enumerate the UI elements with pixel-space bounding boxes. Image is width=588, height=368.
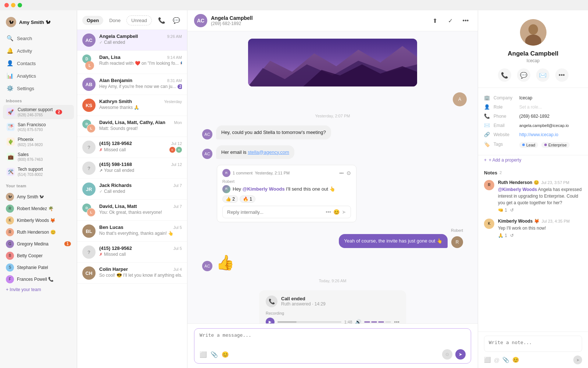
reply-send-icon[interactable]: ➤	[342, 209, 346, 215]
tag-enterprise[interactable]: Enterprise	[541, 142, 570, 148]
volume-icon[interactable]: 🔊	[355, 319, 361, 324]
team-member-robert[interactable]: RRobert Mendez 🌴	[0, 203, 77, 215]
more-contact-button[interactable]: •••	[555, 68, 569, 82]
inbox-sales[interactable]: 💼 Sales (800) 876-7463	[3, 150, 74, 164]
conv-name-dan-lisa: Dan, Lisa	[99, 54, 121, 60]
team-member-stephanie[interactable]: SStephanie Patel	[0, 262, 77, 273]
inbox-tech-support[interactable]: 🛠️ Tech support (514) 703-8002	[3, 164, 74, 179]
user-profile[interactable]: 🐿 Amy Smith 🐿	[0, 13, 77, 32]
conv-item-dan-lisa[interactable]: D L Dan, Lisa 9:14 AM Ruth reacted with …	[77, 51, 187, 74]
send-button[interactable]: ➤	[455, 349, 466, 360]
reply-input[interactable]	[227, 209, 323, 215]
timestamp-today: Today, 9:26 AM	[202, 279, 463, 283]
inbox-phoenix[interactable]: 🌵 Phoenix (602) 154-9820	[3, 135, 74, 149]
conv-item-jack[interactable]: JR Jack Richards Jul 7 ✓ Call ended	[77, 179, 187, 200]
chat-messages: A Yesterday, 2:07 PM AC Hey, could you a…	[187, 31, 478, 323]
note-reaction-pray[interactable]: 🙏 1	[498, 233, 507, 238]
conv-item-415-598[interactable]: ? (415) 598-1168 Jul 12 ↗ Your call ende…	[77, 158, 187, 179]
reaction-thumbs[interactable]: 👍 2	[222, 195, 238, 203]
conv-item-david-group[interactable]: D L David, Lisa, Matt, Cathy, Alan Mon M…	[77, 116, 187, 137]
note-attach-icon[interactable]: 📎	[502, 357, 509, 363]
conv-avatar-415-128: ?	[82, 141, 96, 154]
conv-time-415-128: Jul 12	[171, 141, 182, 146]
audio-progress-bar[interactable]	[277, 321, 341, 323]
invite-team-button[interactable]: + Invite your team	[0, 285, 77, 294]
conv-preview-angela: ✓ Call ended	[99, 40, 182, 45]
minimize-button[interactable]	[11, 3, 15, 7]
share-button[interactable]: ⬆	[429, 15, 440, 26]
inbox-san-francisco[interactable]: 🌁 San Francisco (415) 875-5793	[3, 120, 74, 134]
email-contact-button[interactable]: ✉️	[536, 68, 549, 82]
sidebar-item-activity[interactable]: 🔔 Activity	[3, 45, 74, 57]
sidebar-item-search[interactable]: 🔍 Search	[3, 32, 74, 44]
note-format-icon[interactable]: ⬜	[484, 357, 491, 363]
maximize-button[interactable]	[18, 3, 22, 7]
sidebar-label-settings: Settings	[17, 86, 34, 91]
call-ended-info: Call ended Ruth answered · 14:29	[281, 296, 326, 307]
team-member-frances[interactable]: FFrances Powell 📞	[0, 273, 77, 285]
conv-item-colin[interactable]: CH Colin Harper Jul 4 So cool! 😎 I'll le…	[77, 263, 187, 284]
add-property-label: + Add a property	[489, 158, 521, 163]
reply-more-icon[interactable]: •••	[326, 209, 331, 215]
profile-actions: 📞 💬 ✉️ •••	[498, 68, 569, 82]
conv-name-ben: Ben Lucas	[99, 224, 123, 230]
message-contact-button[interactable]: 💬	[517, 68, 530, 82]
comment-resolve-icon[interactable]: ⊙	[347, 170, 351, 176]
team-member-kimberly[interactable]: KKimberly Woods 🦊	[0, 215, 77, 226]
conv-time-colin: Jul 4	[173, 267, 182, 272]
conv-item-kathryn[interactable]: KS Kathryn Smith Yesterday Awesome thank…	[77, 95, 187, 116]
message-filter-icon[interactable]: 💬	[171, 15, 182, 26]
note-input[interactable]	[484, 336, 582, 352]
audio-more-icon[interactable]: •••	[394, 319, 399, 324]
reaction-fire[interactable]: 🔥 1	[240, 195, 255, 203]
sidebar-item-settings[interactable]: ⚙️ Settings	[3, 82, 74, 94]
tag-lead[interactable]: Lead	[519, 142, 538, 148]
note-reaction-refresh[interactable]: ↺	[510, 208, 514, 213]
sidebar-item-contacts[interactable]: 👤 Contacts	[3, 57, 74, 69]
team-member-ruth[interactable]: RRuth Henderson 😊	[0, 226, 77, 238]
note-emoji-icon[interactable]: 😊	[512, 357, 519, 363]
compose-box: ⬜ 📎 😊 ⊙ ➤	[194, 328, 471, 364]
conv-item-415-128-b[interactable]: ? (415) 128-9562 Jul 5 ✗ Missed call	[77, 242, 187, 263]
resolve-button[interactable]: ✓	[445, 15, 456, 26]
play-button[interactable]: ▶	[266, 318, 275, 324]
compose-emoji-icon[interactable]: 😊	[222, 351, 229, 358]
compose-attach-icon[interactable]: 📎	[211, 351, 218, 358]
tab-open[interactable]: Open	[82, 16, 103, 25]
conv-item-alan[interactable]: AB Alan Benjamin 8:31 AM Hey Amy, if you…	[77, 74, 187, 95]
inbox-customer-support[interactable]: 🚀 Customer support (628) 246-3765 2	[3, 105, 74, 119]
compose-format-icon[interactable]: ⬜	[200, 351, 207, 358]
conv-item-ben[interactable]: BL Ben Lucas Jul 5 No that's everything,…	[77, 221, 187, 242]
note-reaction-refresh-2[interactable]: ↺	[510, 233, 514, 238]
conv-item-david-lisa-matt[interactable]: D L David, Lisa, Matt Jul 7 You: Ok grea…	[77, 200, 187, 221]
team-member-gregory[interactable]: GGregory Medina1	[0, 238, 77, 250]
conv-item-415-128[interactable]: ? (415) 128-9562 Jul 12 ✗ Missed call K …	[77, 137, 187, 158]
team-name-ruth: Ruth Henderson 😊	[17, 230, 56, 235]
comment-more-icon[interactable]: •••	[339, 171, 344, 175]
inbox-label-tech-support: Tech support	[18, 167, 43, 173]
website-link[interactable]: http://www.icecap.io	[519, 132, 558, 137]
conv-badge-alan: 2	[178, 84, 182, 89]
conv-content-415-128: (415) 128-9562 Jul 12 ✗ Missed call K R	[99, 141, 182, 153]
role-value[interactable]: Set a role...	[519, 105, 542, 110]
send-later-button[interactable]: ⊙	[442, 349, 452, 360]
note-reaction-fist[interactable]: 🤜 1	[498, 208, 507, 213]
stella-email-link[interactable]: stella@agency.com	[248, 149, 289, 155]
add-property-button[interactable]: + + Add a property	[478, 155, 588, 165]
compose-input[interactable]	[200, 332, 466, 346]
team-member-betty[interactable]: BBetty Cooper	[0, 250, 77, 262]
tab-unread[interactable]: Unread	[126, 15, 152, 25]
note-mention-icon[interactable]: @	[494, 357, 499, 363]
phone-filter-icon[interactable]: 📞	[156, 15, 167, 26]
close-button[interactable]	[4, 3, 9, 7]
thumbs-up-emoji: 👍	[216, 254, 234, 271]
more-options-button[interactable]: •••	[460, 15, 471, 26]
team-member-amy[interactable]: 🐿Amy Smith 🐿	[0, 191, 77, 203]
conv-item-angela[interactable]: AC Angela Campbell 9:26 AM ✓ Call ended	[77, 30, 187, 51]
call-contact-button[interactable]: 📞	[498, 68, 511, 82]
tab-done[interactable]: Done	[105, 16, 125, 25]
user-name: Amy Smith 🐿	[19, 20, 50, 25]
note-send-button[interactable]: ➤	[573, 355, 582, 364]
reply-emoji-icon[interactable]: 😊	[333, 209, 340, 215]
sidebar-item-analytics[interactable]: 📊 Analytics	[3, 70, 74, 82]
